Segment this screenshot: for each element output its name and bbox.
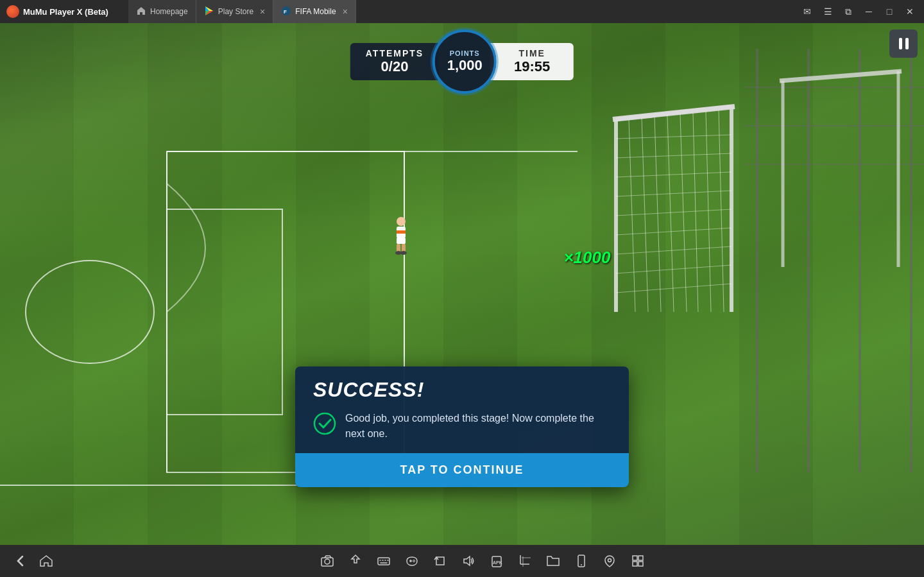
attempts-display: ATTEMPTS 0/20	[350, 43, 439, 80]
svg-rect-74	[633, 556, 637, 560]
time-display: TIME 19:55	[490, 43, 574, 80]
camera-button[interactable]	[320, 553, 335, 569]
player-figure	[388, 216, 414, 255]
svg-point-73	[608, 559, 612, 562]
svg-point-44	[397, 217, 406, 226]
taskbar: APK	[0, 545, 924, 577]
attempts-value: 0/20	[366, 58, 424, 75]
tab-close-playstore[interactable]: ×	[260, 7, 265, 16]
svg-point-54	[325, 559, 330, 564]
attempts-label: ATTEMPTS	[366, 48, 424, 58]
minimize-button[interactable]: ─	[860, 3, 878, 21]
app-name: MuMu Player X (Beta)	[23, 7, 108, 17]
svg-rect-76	[633, 562, 637, 566]
svg-rect-75	[638, 556, 643, 560]
pause-icon	[899, 38, 909, 49]
mail-button[interactable]: ✉	[798, 3, 816, 21]
svg-text:APK: APK	[493, 560, 502, 565]
folder-button[interactable]	[545, 553, 561, 569]
taskbar-left	[13, 553, 54, 569]
gamepad-button[interactable]	[404, 553, 420, 569]
success-title: SUCCESS!	[313, 378, 611, 402]
svg-marker-64	[464, 556, 470, 565]
time-label: TIME	[506, 48, 558, 58]
svg-point-63	[413, 560, 415, 562]
keyboard-button[interactable]	[376, 553, 391, 569]
pause-button[interactable]	[889, 30, 918, 58]
success-header: SUCCESS!	[295, 366, 629, 408]
fifa-icon: F	[281, 6, 291, 18]
svg-text:F: F	[284, 9, 287, 15]
tab-label-playstore: Play Store	[218, 7, 253, 16]
crop-button[interactable]	[517, 553, 533, 569]
location-button[interactable]	[602, 553, 617, 569]
tabs-area: Homepage Play Store × F	[128, 0, 793, 23]
tab-fifa[interactable]: F FIFA Mobile ×	[273, 0, 356, 23]
close-button[interactable]: ✕	[901, 3, 919, 21]
tab-label-fifa: FIFA Mobile	[295, 7, 336, 16]
menu-button[interactable]: ☰	[819, 3, 837, 21]
svg-point-72	[581, 564, 582, 565]
expand-button[interactable]	[630, 553, 646, 569]
success-message: Good job, you completed this stage! Now …	[345, 411, 611, 442]
playstore-icon	[204, 6, 214, 18]
home-taskbar-button[interactable]	[38, 553, 54, 569]
continue-button[interactable]: TAP TO CONTINUE	[295, 453, 629, 487]
svg-rect-47	[397, 237, 406, 244]
restore-button[interactable]: ⧉	[839, 3, 857, 21]
app-logo: MuMu Player X (Beta)	[0, 5, 128, 18]
game-hud: ATTEMPTS 0/20 POINTS 1,000 TIME 19:55	[350, 30, 574, 94]
titlebar: MuMu Player X (Beta) Homepage Play S	[0, 0, 924, 23]
logo-icon	[6, 5, 19, 18]
back-button[interactable]	[13, 553, 28, 569]
svg-point-51	[400, 251, 407, 255]
tab-label-homepage: Homepage	[150, 7, 188, 16]
phone-button[interactable]	[574, 553, 589, 569]
svg-point-52	[314, 413, 335, 434]
success-dialog: SUCCESS! Good job, you completed this st…	[295, 366, 629, 487]
time-value: 19:55	[506, 58, 558, 75]
taskbar-center: APK	[320, 553, 646, 569]
points-display: POINTS 1,000	[432, 30, 497, 94]
maximize-button[interactable]: □	[880, 3, 898, 21]
apk-button[interactable]: APK	[489, 553, 504, 569]
tab-close-fifa[interactable]: ×	[343, 7, 348, 16]
rotate-button[interactable]	[432, 553, 448, 569]
points-label: POINTS	[450, 49, 480, 57]
game-viewport: ×1000 ATTEMPTS 0/20 POINTS 1,000 TIME 19…	[0, 23, 924, 545]
points-value: 1,000	[447, 57, 483, 74]
checkmark-icon	[313, 412, 336, 435]
tab-homepage[interactable]: Homepage	[128, 0, 196, 23]
home-icon	[136, 6, 146, 18]
svg-rect-77	[638, 562, 643, 566]
svg-rect-46	[397, 230, 406, 234]
success-body: Good job, you completed this stage! Now …	[295, 408, 629, 453]
mouse-button[interactable]	[348, 553, 363, 569]
svg-rect-55	[378, 558, 389, 565]
window-controls: ✉ ☰ ⧉ ─ □ ✕	[793, 3, 924, 21]
volume-button[interactable]	[461, 553, 476, 569]
tab-playstore[interactable]: Play Store ×	[196, 0, 274, 23]
